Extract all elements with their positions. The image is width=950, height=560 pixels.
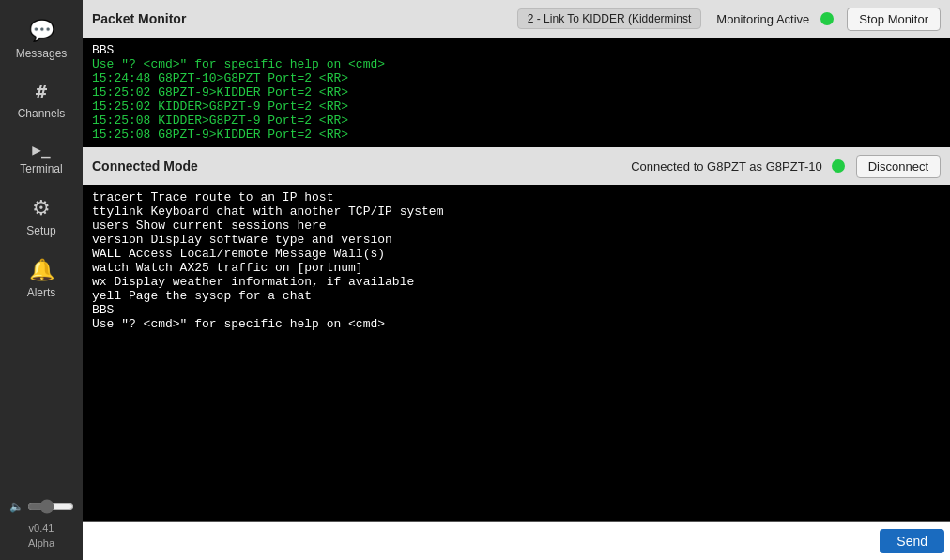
packet-line: 15:25:02 KIDDER>G8PZT-9 Port=2 <RR>	[92, 99, 941, 114]
sidebar-item-messages-label: Messages	[16, 47, 68, 60]
sidebar-item-messages[interactable]: 💬 Messages	[0, 8, 83, 69]
connected-mode-panel: Connected Mode Connected to G8PZT as G8P…	[83, 147, 950, 560]
packet-line: 15:25:08 KIDDER>G8PZT-9 Port=2 <RR>	[92, 114, 941, 128]
packet-line: Use "? <cmd>" for specific help on <cmd>	[92, 57, 941, 71]
send-button[interactable]: Send	[880, 529, 944, 553]
volume-low-icon: 🔈	[9, 500, 23, 513]
stop-monitor-button[interactable]: Stop Monitor	[847, 8, 941, 31]
volume-control: 🔈	[9, 492, 74, 522]
packet-monitor-header: Packet Monitor 2 - Link To KIDDER (Kidde…	[83, 0, 950, 38]
sidebar-item-setup[interactable]: ⚙ Setup	[0, 185, 83, 247]
connected-line: yell Page the sysop for a chat	[92, 289, 941, 303]
connected-status: Connected to G8PZT as G8PZT-10 Disconnec…	[631, 155, 941, 178]
connected-status-label: Connected to G8PZT as G8PZT-10	[631, 159, 822, 174]
link-badge: 2 - Link To KIDDER (Kidderminst	[517, 8, 702, 29]
connected-line: version Display software type and versio…	[92, 233, 941, 247]
connected-line: ttylink Keyboard chat with another TCP/I…	[92, 204, 941, 219]
connected-line: wx Display weather information, if avail…	[92, 275, 941, 289]
monitoring-status-dot	[820, 12, 834, 25]
connected-line: WALL Access Local/remote Message Wall(s)	[92, 247, 941, 261]
sidebar-item-terminal-label: Terminal	[20, 162, 62, 175]
sidebar-item-channels[interactable]: # Channels	[0, 69, 83, 129]
connected-mode-title: Connected Mode	[92, 159, 198, 174]
packet-monitor-panel: Packet Monitor 2 - Link To KIDDER (Kidde…	[83, 0, 950, 147]
connected-line: BBS	[92, 303, 941, 317]
setup-icon: ⚙	[32, 196, 51, 220]
input-bar: Send	[83, 521, 950, 560]
sidebar-item-alerts[interactable]: 🔔 Alerts	[0, 247, 83, 309]
packet-monitor-output: BBSUse "? <cmd>" for specific help on <c…	[83, 38, 950, 147]
disconnect-button[interactable]: Disconnect	[856, 155, 941, 178]
packet-line: 15:25:08 G8PZT-9>KIDDER Port=2 <RR>	[92, 128, 941, 142]
packet-monitor-title: Packet Monitor	[92, 11, 186, 26]
sidebar: 💬 Messages # Channels ▶_ Terminal ⚙ Setu…	[0, 0, 83, 560]
connected-mode-header: Connected Mode Connected to G8PZT as G8P…	[83, 147, 950, 185]
version-label: v0.41 Alpha	[28, 522, 54, 551]
connected-line: Use "? <cmd>" for specific help on <cmd>	[92, 317, 941, 331]
sidebar-item-alerts-label: Alerts	[27, 286, 56, 299]
sidebar-item-channels-label: Channels	[18, 107, 66, 120]
packet-line: 15:24:48 G8PZT-10>G8PZT Port=2 <RR>	[92, 71, 941, 85]
connected-line: watch Watch AX25 traffic on [portnum]	[92, 261, 941, 275]
messages-icon: 💬	[29, 19, 54, 43]
alerts-icon: 🔔	[29, 258, 54, 282]
channels-icon: #	[36, 81, 47, 103]
packet-line: BBS	[92, 43, 941, 57]
terminal-input[interactable]	[88, 532, 874, 551]
monitoring-active-label: Monitoring Active	[716, 12, 809, 26]
sidebar-item-setup-label: Setup	[26, 224, 55, 237]
volume-slider[interactable]	[27, 499, 74, 514]
main-content: Packet Monitor 2 - Link To KIDDER (Kidde…	[83, 0, 950, 560]
packet-line: 15:25:02 G8PZT-9>KIDDER Port=2 <RR>	[92, 85, 941, 99]
connected-status-dot	[832, 159, 845, 173]
connected-line: tracert Trace route to an IP host	[92, 190, 941, 204]
connected-line: users Show current sessions here	[92, 219, 941, 233]
connected-mode-output: tracert Trace route to an IP hostttylink…	[83, 185, 950, 521]
terminal-icon: ▶_	[32, 141, 50, 159]
sidebar-item-terminal[interactable]: ▶_ Terminal	[0, 129, 83, 185]
